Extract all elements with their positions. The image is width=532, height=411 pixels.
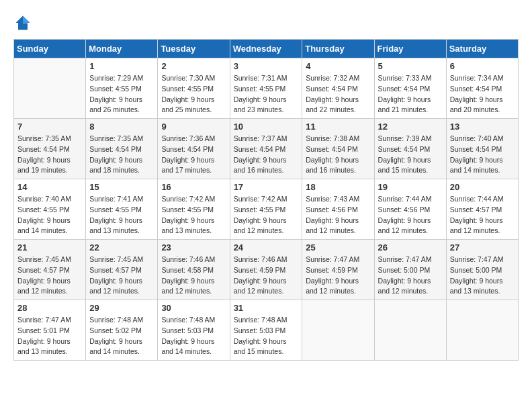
- day-number: 1: [89, 61, 154, 71]
- calendar-cell: 19Sunrise: 7:44 AM Sunset: 4:56 PM Dayli…: [374, 179, 446, 240]
- day-info: Sunrise: 7:37 AM Sunset: 4:54 PM Dayligh…: [234, 134, 299, 176]
- calendar-cell: 22Sunrise: 7:45 AM Sunset: 4:57 PM Dayli…: [86, 240, 158, 300]
- calendar-cell: 23Sunrise: 7:46 AM Sunset: 4:58 PM Dayli…: [158, 240, 230, 300]
- col-header-sunday: Sunday: [14, 40, 86, 58]
- day-number: 28: [17, 303, 82, 313]
- day-info: Sunrise: 7:30 AM Sunset: 4:55 PM Dayligh…: [161, 73, 226, 116]
- col-header-wednesday: Wednesday: [230, 40, 302, 58]
- week-row-1: 1Sunrise: 7:29 AM Sunset: 4:55 PM Daylig…: [14, 58, 519, 119]
- calendar-cell: 24Sunrise: 7:46 AM Sunset: 4:59 PM Dayli…: [230, 240, 302, 300]
- calendar-cell: 21Sunrise: 7:45 AM Sunset: 4:57 PM Dayli…: [14, 240, 86, 300]
- col-header-thursday: Thursday: [302, 40, 374, 58]
- calendar-cell: [374, 300, 446, 361]
- day-number: 2: [161, 61, 226, 71]
- day-number: 11: [306, 122, 370, 132]
- calendar-cell: 7Sunrise: 7:35 AM Sunset: 4:54 PM Daylig…: [14, 119, 86, 179]
- day-number: 18: [306, 182, 370, 192]
- calendar-cell: 30Sunrise: 7:48 AM Sunset: 5:03 PM Dayli…: [158, 300, 230, 361]
- calendar-cell: 25Sunrise: 7:47 AM Sunset: 4:59 PM Dayli…: [302, 240, 374, 300]
- day-number: 20: [450, 182, 515, 192]
- day-info: Sunrise: 7:35 AM Sunset: 4:54 PM Dayligh…: [89, 134, 154, 176]
- calendar-cell: 26Sunrise: 7:47 AM Sunset: 5:00 PM Dayli…: [374, 240, 446, 300]
- day-number: 19: [378, 182, 443, 192]
- header: [13, 13, 519, 32]
- day-number: 30: [161, 303, 226, 313]
- calendar-cell: 13Sunrise: 7:40 AM Sunset: 4:54 PM Dayli…: [446, 119, 518, 179]
- day-number: 25: [306, 242, 370, 253]
- calendar-cell: 11Sunrise: 7:38 AM Sunset: 4:54 PM Dayli…: [302, 119, 374, 179]
- calendar-cell: 27Sunrise: 7:47 AM Sunset: 5:00 PM Dayli…: [446, 240, 518, 300]
- calendar-cell: 6Sunrise: 7:34 AM Sunset: 4:54 PM Daylig…: [446, 58, 518, 119]
- col-header-monday: Monday: [86, 40, 158, 58]
- calendar-cell: 17Sunrise: 7:42 AM Sunset: 4:55 PM Dayli…: [230, 179, 302, 240]
- day-number: 27: [450, 242, 515, 253]
- day-info: Sunrise: 7:44 AM Sunset: 4:57 PM Dayligh…: [450, 194, 515, 236]
- day-info: Sunrise: 7:29 AM Sunset: 4:55 PM Dayligh…: [89, 73, 154, 116]
- calendar-cell: 16Sunrise: 7:42 AM Sunset: 4:55 PM Dayli…: [158, 179, 230, 240]
- day-info: Sunrise: 7:48 AM Sunset: 5:03 PM Dayligh…: [161, 315, 226, 357]
- day-number: 14: [17, 182, 82, 192]
- day-number: 10: [234, 122, 299, 132]
- day-info: Sunrise: 7:34 AM Sunset: 4:54 PM Dayligh…: [450, 73, 515, 116]
- day-number: 8: [89, 122, 154, 132]
- day-number: 9: [161, 122, 226, 132]
- day-info: Sunrise: 7:44 AM Sunset: 4:56 PM Dayligh…: [378, 194, 443, 236]
- week-row-4: 21Sunrise: 7:45 AM Sunset: 4:57 PM Dayli…: [14, 240, 519, 300]
- calendar-cell: 31Sunrise: 7:48 AM Sunset: 5:03 PM Dayli…: [230, 300, 302, 361]
- day-info: Sunrise: 7:46 AM Sunset: 4:59 PM Dayligh…: [234, 255, 299, 297]
- calendar-cell: 10Sunrise: 7:37 AM Sunset: 4:54 PM Dayli…: [230, 119, 302, 179]
- calendar-cell: 4Sunrise: 7:32 AM Sunset: 4:54 PM Daylig…: [302, 58, 374, 119]
- svg-marker-1: [23, 16, 30, 24]
- calendar-cell: 20Sunrise: 7:44 AM Sunset: 4:57 PM Dayli…: [446, 179, 518, 240]
- week-row-5: 28Sunrise: 7:47 AM Sunset: 5:01 PM Dayli…: [14, 300, 519, 361]
- day-info: Sunrise: 7:42 AM Sunset: 4:55 PM Dayligh…: [161, 194, 226, 236]
- week-row-3: 14Sunrise: 7:40 AM Sunset: 4:55 PM Dayli…: [14, 179, 519, 240]
- day-number: 6: [450, 61, 515, 71]
- calendar-cell: 3Sunrise: 7:31 AM Sunset: 4:55 PM Daylig…: [230, 58, 302, 119]
- calendar-cell: 1Sunrise: 7:29 AM Sunset: 4:55 PM Daylig…: [86, 58, 158, 119]
- col-header-saturday: Saturday: [446, 40, 518, 58]
- day-info: Sunrise: 7:43 AM Sunset: 4:56 PM Dayligh…: [306, 194, 370, 236]
- day-number: 21: [17, 242, 82, 253]
- day-info: Sunrise: 7:32 AM Sunset: 4:54 PM Dayligh…: [306, 73, 370, 116]
- week-row-2: 7Sunrise: 7:35 AM Sunset: 4:54 PM Daylig…: [14, 119, 519, 179]
- day-info: Sunrise: 7:36 AM Sunset: 4:54 PM Dayligh…: [161, 134, 226, 176]
- day-info: Sunrise: 7:47 AM Sunset: 5:00 PM Dayligh…: [450, 255, 515, 297]
- day-number: 29: [89, 303, 154, 313]
- calendar-table: SundayMondayTuesdayWednesdayThursdayFrid…: [13, 39, 519, 361]
- day-number: 22: [89, 242, 154, 253]
- day-info: Sunrise: 7:47 AM Sunset: 4:59 PM Dayligh…: [306, 255, 370, 297]
- day-info: Sunrise: 7:47 AM Sunset: 5:00 PM Dayligh…: [378, 255, 443, 297]
- day-info: Sunrise: 7:39 AM Sunset: 4:54 PM Dayligh…: [378, 134, 443, 176]
- calendar-cell: 5Sunrise: 7:33 AM Sunset: 4:54 PM Daylig…: [374, 58, 446, 119]
- logo-icon: [13, 13, 32, 32]
- day-number: 3: [234, 61, 299, 71]
- day-info: Sunrise: 7:45 AM Sunset: 4:57 PM Dayligh…: [89, 255, 154, 297]
- logo: [13, 13, 36, 32]
- day-info: Sunrise: 7:40 AM Sunset: 4:54 PM Dayligh…: [450, 134, 515, 176]
- header-row: SundayMondayTuesdayWednesdayThursdayFrid…: [14, 40, 519, 58]
- calendar-cell: [14, 58, 86, 119]
- calendar-cell: 8Sunrise: 7:35 AM Sunset: 4:54 PM Daylig…: [86, 119, 158, 179]
- day-number: 23: [161, 242, 226, 253]
- col-header-friday: Friday: [374, 40, 446, 58]
- day-info: Sunrise: 7:38 AM Sunset: 4:54 PM Dayligh…: [306, 134, 370, 176]
- day-info: Sunrise: 7:31 AM Sunset: 4:55 PM Dayligh…: [234, 73, 299, 116]
- day-info: Sunrise: 7:45 AM Sunset: 4:57 PM Dayligh…: [17, 255, 82, 297]
- calendar-cell: 12Sunrise: 7:39 AM Sunset: 4:54 PM Dayli…: [374, 119, 446, 179]
- day-info: Sunrise: 7:42 AM Sunset: 4:55 PM Dayligh…: [234, 194, 299, 236]
- day-info: Sunrise: 7:46 AM Sunset: 4:58 PM Dayligh…: [161, 255, 226, 297]
- day-info: Sunrise: 7:40 AM Sunset: 4:55 PM Dayligh…: [17, 194, 82, 236]
- day-number: 13: [450, 122, 515, 132]
- calendar-cell: 15Sunrise: 7:41 AM Sunset: 4:55 PM Dayli…: [86, 179, 158, 240]
- day-info: Sunrise: 7:48 AM Sunset: 5:03 PM Dayligh…: [234, 315, 299, 357]
- calendar-cell: 9Sunrise: 7:36 AM Sunset: 4:54 PM Daylig…: [158, 119, 230, 179]
- day-number: 24: [234, 242, 299, 253]
- day-info: Sunrise: 7:41 AM Sunset: 4:55 PM Dayligh…: [89, 194, 154, 236]
- calendar-cell: 18Sunrise: 7:43 AM Sunset: 4:56 PM Dayli…: [302, 179, 374, 240]
- day-number: 7: [17, 122, 82, 132]
- day-number: 31: [234, 303, 299, 313]
- calendar-cell: 28Sunrise: 7:47 AM Sunset: 5:01 PM Dayli…: [14, 300, 86, 361]
- day-number: 4: [306, 61, 370, 71]
- day-number: 15: [89, 182, 154, 192]
